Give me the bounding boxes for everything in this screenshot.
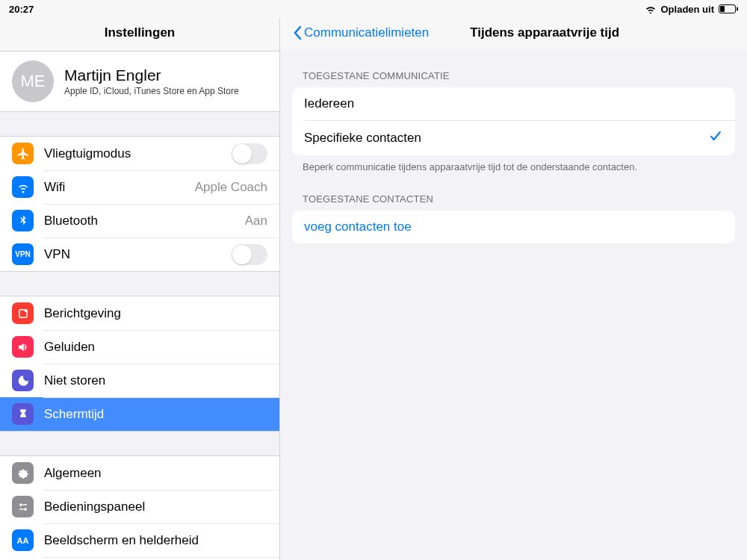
- row-label: Berichtgeving: [44, 306, 267, 321]
- section-footer-communication: Beperk communicatie tijdens apparaatvrij…: [292, 155, 735, 172]
- avatar: ME: [12, 60, 54, 102]
- battery-icon: [719, 4, 738, 13]
- status-time: 20:27: [9, 4, 34, 15]
- row-label: Algemeen: [44, 466, 267, 481]
- bluetooth-value: Aan: [245, 214, 267, 228]
- sidebar-title: Instellingen: [0, 18, 279, 51]
- sidebar-item-notifications[interactable]: Berichtgeving: [0, 296, 279, 330]
- account-sub: Apple ID, iCloud, iTunes Store en App St…: [64, 86, 239, 96]
- add-contacts-button[interactable]: voeg contacten toe: [292, 211, 735, 243]
- svg-point-5: [19, 503, 22, 506]
- row-label: Niet storen: [44, 373, 267, 388]
- sidebar-item-controlcenter[interactable]: Bedieningspaneel: [0, 490, 279, 523]
- sidebar-item-wifi[interactable]: Wifi Apple Coach: [0, 170, 279, 204]
- row-label: Geluiden: [44, 340, 267, 355]
- account-row[interactable]: ME Martijn Engler Apple ID, iCloud, iTun…: [0, 51, 279, 112]
- wifi-icon: [645, 4, 657, 13]
- sidebar-item-sounds[interactable]: Geluiden: [0, 330, 279, 364]
- row-label: Vliegtuigmodus: [44, 146, 221, 161]
- gear-icon: [12, 462, 34, 484]
- sidebar-item-vpn[interactable]: VPN VPN: [0, 237, 279, 271]
- sidebar-item-accessibility[interactable]: Toegankelijkheid: [0, 557, 279, 560]
- sliders-icon: [12, 496, 34, 517]
- svg-rect-1: [720, 6, 725, 12]
- svg-point-7: [24, 508, 27, 511]
- moon-icon: [12, 370, 34, 391]
- sidebar-item-airplane[interactable]: Vliegtuigmodus: [0, 137, 279, 170]
- section-header-contacts: Toegestane contacten: [292, 172, 735, 211]
- airplane-icon: [12, 143, 34, 164]
- row-label: VPN: [44, 247, 221, 262]
- status-charging: Opladen uit: [661, 4, 715, 15]
- add-contacts-label: voeg contacten toe: [304, 220, 412, 234]
- bluetooth-icon: [12, 210, 34, 231]
- option-label: Specifieke contacten: [304, 131, 421, 146]
- notifications-icon: [12, 302, 34, 324]
- detail-pane: Communicatielimieten Tijdens apparaatvri…: [280, 18, 747, 560]
- row-label: Bedieningspaneel: [44, 500, 267, 514]
- chevron-left-icon: [292, 25, 303, 40]
- svg-rect-6: [22, 504, 27, 505]
- row-label: Beeldscherm en helderheid: [44, 533, 267, 548]
- account-name: Martijn Engler: [64, 66, 239, 84]
- vpn-icon: VPN: [12, 243, 34, 265]
- sidebar-item-screentime[interactable]: Schermtijd: [0, 397, 279, 431]
- row-label: Wifi: [44, 180, 185, 195]
- sidebar-item-bluetooth[interactable]: Bluetooth Aan: [0, 204, 279, 237]
- option-everyone[interactable]: Iedereen: [292, 87, 735, 120]
- sounds-icon: [12, 336, 34, 358]
- option-label: Iedereen: [304, 96, 354, 111]
- status-right: Opladen uit: [645, 4, 739, 15]
- hourglass-icon: [12, 403, 34, 425]
- row-label: Schermtijd: [44, 407, 267, 422]
- section-header-communication: Toegestane communicatie: [292, 49, 735, 87]
- row-label: Bluetooth: [44, 214, 235, 228]
- option-specific-contacts[interactable]: Specifieke contacten: [292, 120, 735, 155]
- sidebar-item-general[interactable]: Algemeen: [0, 456, 279, 490]
- detail-title: Tijdens apparaatvrije tijd: [354, 25, 735, 40]
- vpn-switch[interactable]: [232, 244, 267, 265]
- detail-header: Communicatielimieten Tijdens apparaatvri…: [280, 18, 747, 49]
- checkmark-icon: [708, 128, 723, 147]
- wifi-settings-icon: [12, 176, 34, 198]
- svg-point-4: [24, 309, 27, 312]
- display-icon: AA: [12, 529, 34, 551]
- sidebar-item-dnd[interactable]: Niet storen: [0, 364, 279, 397]
- status-bar: 20:27 Opladen uit: [0, 0, 747, 18]
- sidebar: Instellingen ME Martijn Engler Apple ID,…: [0, 18, 280, 560]
- airplane-switch[interactable]: [232, 143, 267, 164]
- sidebar-item-display[interactable]: AA Beeldscherm en helderheid: [0, 523, 279, 557]
- svg-rect-8: [19, 508, 23, 510]
- wifi-value: Apple Coach: [195, 180, 267, 195]
- svg-rect-2: [737, 7, 738, 11]
